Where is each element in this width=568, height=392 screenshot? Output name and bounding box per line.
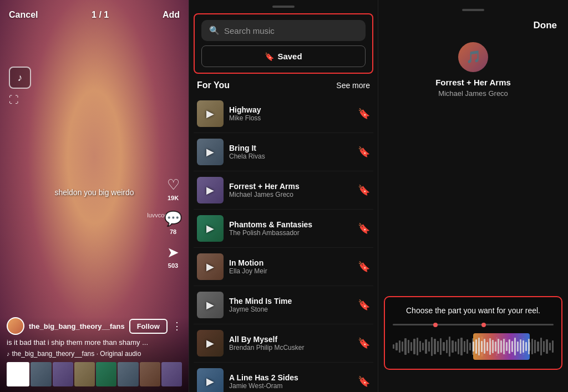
waveform-bar xyxy=(408,340,409,353)
trim-top-bar: Done xyxy=(378,20,568,31)
music-thumb: ▶ xyxy=(197,368,224,392)
music-artist: Jamie West-Oram xyxy=(229,382,352,390)
waveform-bar xyxy=(422,343,424,350)
music-item[interactable]: ▶ Highway Mike Floss 🔖 xyxy=(194,95,373,133)
audio-label: the_big_bang_theory__fans · Original aud… xyxy=(12,350,141,358)
waveform-bar xyxy=(404,338,406,355)
bookmark-button[interactable]: 🔖 xyxy=(358,261,370,273)
share-icon: ➤ xyxy=(167,244,179,261)
share-action[interactable]: ➤ 503 xyxy=(167,244,179,269)
trim-end-marker[interactable] xyxy=(481,323,486,327)
play-icon: ▶ xyxy=(206,299,214,311)
waveform-selection[interactable] xyxy=(473,333,530,360)
waveform-selected-bar xyxy=(514,338,516,355)
more-options-icon[interactable]: ⋮ xyxy=(172,320,182,332)
search-area: 🔍 Search music 🔖 Saved xyxy=(194,13,373,74)
waveform-selected-bar xyxy=(506,342,508,351)
bookmark-button[interactable]: 🔖 xyxy=(358,146,370,158)
waveform-bar xyxy=(455,342,457,352)
music-info: Bring It Chela Rivas xyxy=(229,144,352,160)
music-item[interactable]: ▶ Phantoms & Fantasies The Polish Ambass… xyxy=(194,210,373,248)
music-artist: Jayme Stone xyxy=(229,306,352,313)
trim-panel: Done 🎵 Forrest + Her Arms Michael James … xyxy=(378,0,568,392)
music-info: Highway Mike Floss xyxy=(229,105,352,122)
track-avatar: 🎵 xyxy=(458,42,488,72)
waveform-bar xyxy=(464,341,465,352)
see-more-link[interactable]: See more xyxy=(336,81,370,90)
search-input[interactable]: Search music xyxy=(224,26,358,35)
thumbnail-strip xyxy=(7,362,182,386)
waveform-bar xyxy=(417,338,418,355)
waveform-bar xyxy=(534,340,536,353)
section-header: For You See more xyxy=(189,74,378,95)
music-item[interactable]: ▶ A Line Has 2 Sides Jamie West-Oram 🔖 xyxy=(194,363,373,392)
bookmark-button[interactable]: 🔖 xyxy=(358,222,370,235)
resize-icon[interactable]: ⛶ xyxy=(9,94,19,106)
video-bottom: the_big_bang_theory__fans Follow ⋮ is it… xyxy=(0,317,189,392)
thumb-7 xyxy=(161,362,182,386)
music-item[interactable]: ▶ In Motion Ella Joy Meir 🔖 xyxy=(194,248,373,286)
thumb-2 xyxy=(53,362,73,386)
add-button[interactable]: Add xyxy=(163,10,180,20)
done-button[interactable]: Done xyxy=(534,20,557,31)
comment-action[interactable]: 💬 78 xyxy=(164,210,182,235)
music-item[interactable]: ▶ Bring It Chela Rivas 🔖 xyxy=(194,133,373,171)
search-box[interactable]: 🔍 Search music xyxy=(201,20,366,41)
music-title: Forrest + Her Arms xyxy=(229,182,352,191)
waveform[interactable] xyxy=(393,333,554,360)
search-icon: 🔍 xyxy=(209,26,220,35)
play-icon: ▶ xyxy=(206,108,214,120)
waveform-bar xyxy=(443,342,444,351)
bookmark-button[interactable]: 🔖 xyxy=(358,299,370,311)
waveform-selected-bar xyxy=(486,342,488,351)
bookmark-button[interactable]: 🔖 xyxy=(358,375,370,388)
music-info: All By Myself Brendan Philip McCusker xyxy=(229,335,352,352)
music-thumb: ▶ xyxy=(197,253,224,280)
music-thumb: ▶ xyxy=(197,139,224,165)
play-icon: ▶ xyxy=(206,184,214,196)
music-title: Highway xyxy=(229,105,352,114)
trim-drag-handle xyxy=(462,9,484,11)
waveform-bar xyxy=(543,341,545,352)
waveform-bar xyxy=(402,342,403,352)
bookmark-button[interactable]: 🔖 xyxy=(358,184,370,196)
trim-start-marker[interactable] xyxy=(433,323,438,327)
cancel-button[interactable]: Cancel xyxy=(9,10,38,20)
trim-progress-bar[interactable] xyxy=(393,324,554,325)
bookmark-button[interactable]: 🔖 xyxy=(358,108,370,120)
waveform-selected-bar xyxy=(503,339,505,355)
waveform-selected-bar xyxy=(523,340,524,353)
waveform-bar xyxy=(458,339,459,354)
bookmark-button[interactable]: 🔖 xyxy=(358,337,370,349)
music-thumb: ▶ xyxy=(197,330,224,357)
music-title: Bring It xyxy=(229,144,352,152)
music-item[interactable]: ▶ Forrest + Her Arms Michael James Greco… xyxy=(194,171,373,210)
user-row: the_big_bang_theory__fans Follow ⋮ xyxy=(7,317,182,335)
music-info: Forrest + Her Arms Michael James Greco xyxy=(229,182,352,198)
follow-button[interactable]: Follow xyxy=(129,319,168,334)
waveform-bar xyxy=(437,341,439,352)
waveform-selected-bar xyxy=(492,340,494,353)
music-panel: 🔍 Search music 🔖 Saved For You See more … xyxy=(189,0,378,392)
username-label: the_big_bang_theory__fans xyxy=(29,322,125,330)
track-artist: Michael James Greco xyxy=(438,89,508,98)
like-action[interactable]: ♡ 19K xyxy=(167,176,180,201)
music-note-icon[interactable]: ♪ xyxy=(9,67,31,89)
waveform-selected-bar xyxy=(517,342,519,352)
share-count: 503 xyxy=(168,262,178,269)
waveform-bar xyxy=(466,339,468,354)
waveform-selected-bar xyxy=(473,342,474,352)
waveform-selected-bar xyxy=(511,341,513,352)
music-item[interactable]: ▶ The Mind Is Time Jayme Stone 🔖 xyxy=(194,286,373,324)
music-thumb: ▶ xyxy=(197,215,224,242)
music-item[interactable]: ▶ All By Myself Brendan Philip McCusker … xyxy=(194,324,373,363)
waveform-selected-bar xyxy=(484,339,485,354)
thumb-3 xyxy=(74,362,95,386)
play-icon: ▶ xyxy=(206,337,214,349)
saved-button[interactable]: 🔖 Saved xyxy=(201,45,366,67)
music-info: Phantoms & Fantasies The Polish Ambassad… xyxy=(229,220,352,237)
music-title: The Mind Is Time xyxy=(229,297,352,306)
music-title: All By Myself xyxy=(229,335,352,344)
music-artist: Ella Joy Meir xyxy=(229,267,352,275)
thumb-1 xyxy=(31,362,51,386)
